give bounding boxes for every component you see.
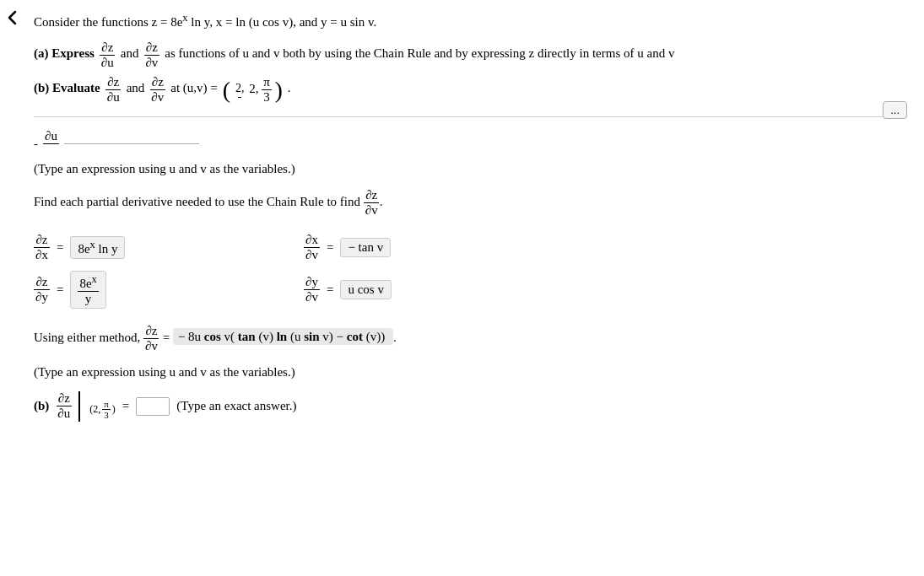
deriv-dx-dv: ∂x ∂v = − tan v <box>304 233 907 262</box>
equals2: = <box>327 240 333 255</box>
part-b-label: (b) Evaluate <box>34 81 100 95</box>
du-type-hint: (Type an expression using u and v as the… <box>34 162 907 176</box>
deriv-dy-dv: ∂y ∂v = u cos v <box>304 271 907 309</box>
part-b-eval: (b) ∂z ∂u (2, π 3 ) <box>34 391 907 422</box>
back-arrow[interactable] <box>0 0 25 576</box>
part-b-eval-label: (b) <box>34 399 49 413</box>
dy-dv-value: u cos v <box>340 280 392 299</box>
equals1: = <box>57 240 63 255</box>
eval-equals: = <box>122 399 129 413</box>
eval-frac: ∂z ∂u <box>56 391 72 421</box>
problem-statement: Consider the functions z = 8ex ln y, x =… <box>34 10 907 32</box>
derivatives-grid: ∂z ∂x = 8ex ln y ∂x ∂v = − tan v ∂z ∂y <box>34 233 907 309</box>
result-type-hint: (Type an expression using u and v as the… <box>34 365 907 380</box>
dash: - <box>34 137 38 151</box>
dx-dv-value: − tan v <box>340 238 391 257</box>
equals3: = <box>57 283 63 297</box>
eval-answer-box[interactable] <box>136 397 170 416</box>
page: Consider the functions z = 8ex ln y, x =… <box>0 0 924 576</box>
dz-dy-value: 8ex y <box>70 271 105 309</box>
part-a: (a) Express ∂z ∂u and ∂z ∂v as functions… <box>34 40 907 70</box>
deriv-dz-dy: ∂z ∂y = 8ex y <box>34 271 270 309</box>
part-a-label: (a) Express <box>34 46 95 61</box>
part-b-frac1: ∂z ∂u <box>105 75 122 105</box>
part-b-point: ( 2, 2, π 3 ) <box>223 75 283 105</box>
more-button[interactable]: ... <box>883 101 907 119</box>
part-a-and1: and <box>121 46 139 61</box>
part-b-frac2: ∂z ∂v <box>149 75 165 105</box>
du-section: - ∂u ∂u (Type an expression using u and … <box>34 129 907 176</box>
result-intro: Using either method, <box>34 330 140 343</box>
part-a-frac1: ∂z ∂u <box>100 40 116 70</box>
eval-bar <box>78 391 89 422</box>
part-a-frac2: ∂z ∂v <box>143 40 159 70</box>
main-content: Consider the functions z = 8ex ln y, x =… <box>25 0 924 576</box>
find-dv-section: Find each partial derivative needed to u… <box>34 188 907 218</box>
du-expression: - ∂u ∂u <box>34 129 907 159</box>
deriv-dz-dx: ∂z ∂x = 8ex ln y <box>34 233 270 262</box>
part-b-and: and <box>127 81 145 95</box>
section-divider <box>34 116 907 117</box>
equals5: = <box>163 330 170 343</box>
du-answer-line <box>64 143 199 144</box>
dz-dx-value: 8ex ln y <box>70 236 125 259</box>
part-a-rest: as functions of u and v both by using th… <box>165 46 674 61</box>
equals4: = <box>327 283 333 297</box>
result-section: Using either method, ∂z ∂v = − 8u cos v(… <box>34 324 907 353</box>
part-b-header: (b) Evaluate ∂z ∂u and ∂z ∂v at (u,v) = … <box>34 75 907 105</box>
part-b-at: at (u,v) = <box>170 81 218 95</box>
result-value: − 8u cos v( tan (v) ln (u sin v) − cot (… <box>173 328 393 345</box>
du-label: ∂u ∂u <box>43 129 59 159</box>
eval-type-hint: (Type an exact answer.) <box>176 399 296 413</box>
eval-subscript: (2, π 3 ) <box>89 399 116 420</box>
